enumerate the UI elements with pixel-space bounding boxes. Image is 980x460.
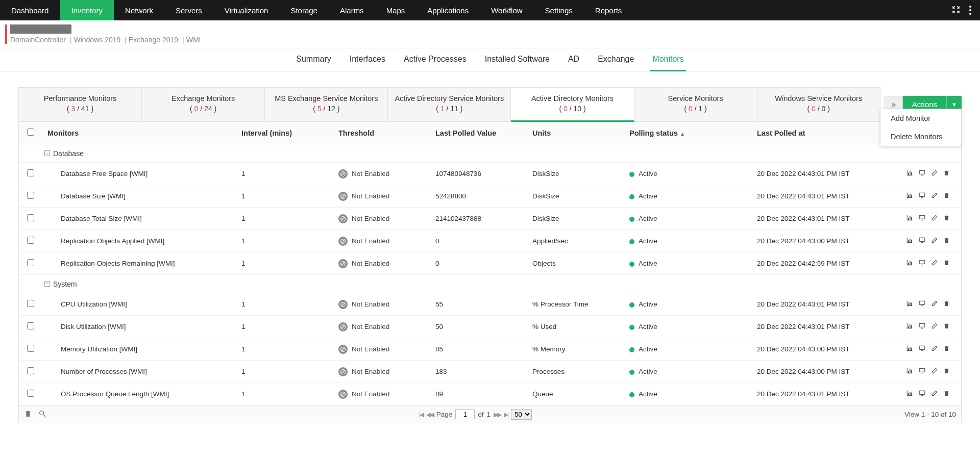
- row-checkbox[interactable]: [27, 390, 34, 397]
- cell-monitor[interactable]: CPU Utilization [WMI]: [43, 300, 237, 308]
- pager-next-icon[interactable]: ▶▶: [494, 411, 501, 418]
- monitor-icon[interactable]: [918, 259, 926, 268]
- monitor-icon[interactable]: [918, 169, 926, 178]
- chart-icon[interactable]: [906, 345, 913, 353]
- cell-monitor[interactable]: Disk Utilization [WMI]: [43, 323, 237, 330]
- chart-icon[interactable]: [906, 390, 913, 398]
- monitor-type-tile[interactable]: Exchange Monitors( 0 / 24 ): [142, 88, 265, 121]
- nav-servers[interactable]: Servers: [164, 0, 213, 20]
- column-header[interactable]: Units: [528, 129, 625, 137]
- monitor-icon[interactable]: [918, 237, 926, 245]
- chart-icon[interactable]: [906, 259, 913, 268]
- pager-first-icon[interactable]: |◀: [419, 411, 423, 418]
- monitor-type-tile[interactable]: Windows Service Monitors( 0 / 0 ): [757, 88, 880, 121]
- nav-inventory[interactable]: Inventory: [60, 0, 114, 20]
- nav-workflow[interactable]: Workflow: [480, 0, 533, 20]
- subtab-interfaces[interactable]: Interfaces: [348, 48, 387, 71]
- trash-icon[interactable]: [943, 300, 950, 309]
- monitor-type-tile[interactable]: MS Exchange Service Monitors( 5 / 12 ): [265, 88, 388, 121]
- column-header[interactable]: Monitors: [43, 129, 237, 137]
- pager-prev-icon[interactable]: ◀◀: [426, 411, 433, 418]
- monitor-icon[interactable]: [918, 390, 926, 398]
- monitor-icon[interactable]: [918, 367, 926, 376]
- monitor-icon[interactable]: [918, 214, 926, 223]
- pager-last-icon[interactable]: ▶|: [504, 411, 508, 418]
- edit-icon[interactable]: [931, 390, 938, 398]
- select-all-checkbox[interactable]: [27, 129, 34, 136]
- edit-icon[interactable]: [931, 345, 938, 353]
- chart-icon[interactable]: [906, 367, 913, 376]
- row-checkbox[interactable]: [27, 367, 34, 374]
- nav-applications[interactable]: Applications: [416, 0, 480, 20]
- column-header[interactable]: Threshold: [334, 129, 431, 137]
- trash-icon[interactable]: [943, 192, 950, 200]
- cell-monitor[interactable]: Database Size [WMI]: [43, 192, 237, 200]
- monitor-type-tile[interactable]: Performance Monitors( 3 / 41 ): [19, 88, 142, 121]
- edit-icon[interactable]: [931, 192, 938, 200]
- nav-network[interactable]: Network: [114, 0, 164, 20]
- column-header[interactable]: Polling status▲: [625, 129, 753, 137]
- row-checkbox[interactable]: [27, 214, 34, 221]
- row-checkbox[interactable]: [27, 345, 34, 352]
- monitor-type-tile[interactable]: Service Monitors( 0 / 1 ): [634, 88, 757, 121]
- cell-monitor[interactable]: Replication Objects Remaining [WMI]: [43, 260, 237, 267]
- nav-virtualization[interactable]: Virtualization: [213, 0, 280, 20]
- chart-icon[interactable]: [906, 192, 913, 200]
- collapse-group-icon[interactable]: −: [44, 281, 50, 287]
- pager-size-select[interactable]: 50: [511, 409, 532, 420]
- column-header[interactable]: Last Polled Value: [431, 129, 528, 137]
- subtab-active-processes[interactable]: Active Processes: [402, 48, 469, 71]
- nav-reports[interactable]: Reports: [584, 0, 633, 20]
- collapse-group-icon[interactable]: −: [44, 150, 50, 156]
- row-checkbox[interactable]: [27, 192, 34, 199]
- nav-storage[interactable]: Storage: [279, 0, 329, 20]
- edit-icon[interactable]: [931, 237, 938, 245]
- monitor-icon[interactable]: [918, 192, 926, 200]
- trash-icon[interactable]: [943, 169, 950, 178]
- subtab-ad[interactable]: AD: [566, 48, 581, 71]
- cell-monitor[interactable]: Number of Processes [WMI]: [43, 368, 237, 375]
- row-checkbox[interactable]: [27, 259, 34, 266]
- edit-icon[interactable]: [931, 214, 938, 223]
- trash-icon[interactable]: [943, 390, 950, 398]
- nav-settings[interactable]: Settings: [534, 0, 584, 20]
- chart-icon[interactable]: [906, 214, 913, 223]
- cell-monitor[interactable]: OS Processor Queue Length [WMI]: [43, 390, 237, 398]
- column-header[interactable]: Interval (mins): [237, 129, 334, 137]
- search-icon[interactable]: [38, 410, 46, 419]
- cell-monitor[interactable]: Memory Utilization [WMI]: [43, 345, 237, 353]
- cell-monitor[interactable]: Database Total Size [WMI]: [43, 215, 237, 222]
- column-header[interactable]: Last Polled at: [753, 129, 896, 137]
- monitor-icon[interactable]: [918, 300, 926, 309]
- chart-icon[interactable]: [906, 237, 913, 245]
- subtab-exchange[interactable]: Exchange: [596, 48, 636, 71]
- actions-menu-item[interactable]: Add Monitor: [880, 109, 961, 127]
- edit-icon[interactable]: [931, 259, 938, 268]
- edit-icon[interactable]: [931, 300, 938, 309]
- row-checkbox[interactable]: [27, 237, 34, 244]
- kebab-menu-icon[interactable]: [966, 5, 975, 16]
- nav-dashboard[interactable]: Dashboard: [0, 0, 60, 20]
- delete-icon[interactable]: [24, 410, 32, 419]
- monitor-icon[interactable]: [918, 322, 926, 331]
- monitor-icon[interactable]: [918, 345, 926, 353]
- chart-icon[interactable]: [906, 300, 913, 309]
- cell-monitor[interactable]: Database Free Space [WMI]: [43, 170, 237, 177]
- chart-icon[interactable]: [906, 169, 913, 178]
- edit-icon[interactable]: [931, 322, 938, 331]
- pager-page-input[interactable]: [455, 410, 475, 419]
- row-checkbox[interactable]: [27, 169, 34, 176]
- edit-icon[interactable]: [931, 367, 938, 376]
- cell-monitor[interactable]: Replication Objects Applied [WMI]: [43, 237, 237, 245]
- trash-icon[interactable]: [943, 214, 950, 223]
- row-checkbox[interactable]: [27, 300, 34, 307]
- trash-icon[interactable]: [943, 259, 950, 268]
- trash-icon[interactable]: [943, 367, 950, 376]
- chart-icon[interactable]: [906, 322, 913, 331]
- trash-icon[interactable]: [943, 322, 950, 331]
- nav-alarms[interactable]: Alarms: [329, 0, 375, 20]
- monitor-type-tile[interactable]: Active Directory Monitors( 0 / 10 ): [511, 88, 634, 122]
- subtab-monitors[interactable]: Monitors: [650, 48, 685, 71]
- subtab-summary[interactable]: Summary: [294, 48, 333, 71]
- collapse-icon[interactable]: [951, 5, 961, 16]
